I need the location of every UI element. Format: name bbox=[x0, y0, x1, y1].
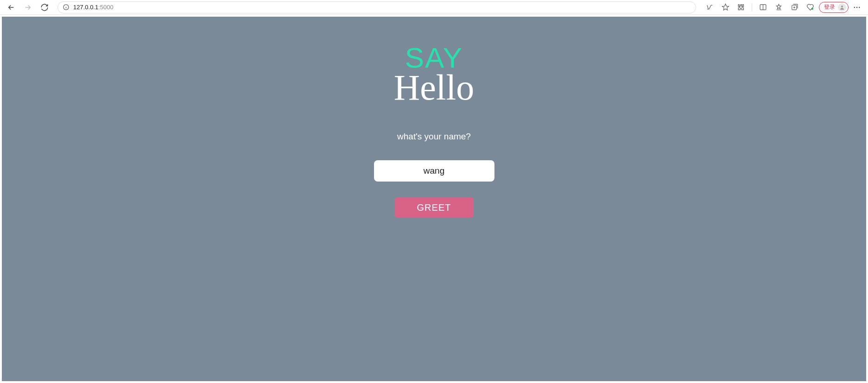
greet-button[interactable]: GREET bbox=[395, 197, 474, 218]
name-prompt: what's your name? bbox=[397, 132, 471, 142]
favorites-list-button[interactable] bbox=[772, 1, 786, 14]
more-button[interactable] bbox=[850, 1, 863, 14]
star-icon bbox=[722, 3, 729, 11]
logo: SAY Hello bbox=[394, 44, 474, 106]
svg-point-12 bbox=[841, 6, 843, 7]
collections-icon bbox=[791, 3, 798, 11]
toolbar-separator bbox=[752, 3, 752, 12]
heart-pulse-icon bbox=[806, 3, 814, 11]
page-body: SAY Hello what's your name? GREET bbox=[2, 17, 866, 381]
svg-point-11 bbox=[811, 8, 813, 10]
reload-icon bbox=[40, 3, 49, 12]
favorite-button[interactable] bbox=[718, 1, 732, 14]
site-info-icon[interactable] bbox=[63, 4, 70, 11]
forward-button[interactable] bbox=[21, 1, 34, 14]
login-label: 登录 bbox=[824, 3, 835, 11]
arrow-right-icon bbox=[24, 3, 32, 12]
svg-point-15 bbox=[859, 6, 860, 7]
back-button[interactable] bbox=[5, 1, 18, 14]
read-aloud-button[interactable] bbox=[703, 1, 716, 14]
login-button[interactable]: 登录 bbox=[819, 2, 849, 13]
split-screen-button[interactable] bbox=[756, 1, 770, 14]
url-text: 127.0.0.1:5000 bbox=[73, 4, 114, 11]
arrow-left-icon bbox=[7, 3, 15, 12]
puzzle-icon bbox=[737, 3, 745, 11]
toolbar-right: 登录 bbox=[703, 1, 863, 14]
avatar-icon bbox=[838, 3, 846, 12]
collections-button[interactable] bbox=[787, 1, 801, 14]
star-list-icon bbox=[775, 3, 783, 11]
address-bar[interactable]: 127.0.0.1:5000 bbox=[57, 1, 696, 13]
reload-button[interactable] bbox=[38, 1, 51, 14]
performance-button[interactable] bbox=[803, 1, 817, 14]
more-horizontal-icon bbox=[853, 3, 861, 12]
svg-marker-6 bbox=[776, 4, 781, 9]
svg-point-13 bbox=[854, 6, 855, 7]
split-icon bbox=[759, 3, 767, 11]
read-aloud-icon bbox=[706, 3, 714, 11]
svg-marker-3 bbox=[722, 4, 729, 10]
svg-point-14 bbox=[856, 6, 857, 7]
viewport: SAY Hello what's your name? GREET bbox=[0, 15, 868, 383]
browser-toolbar: 127.0.0.1:5000 登录 bbox=[0, 0, 868, 15]
logo-bottom: Hello bbox=[394, 69, 474, 106]
extensions-button[interactable] bbox=[734, 1, 748, 14]
name-input[interactable] bbox=[374, 160, 494, 182]
